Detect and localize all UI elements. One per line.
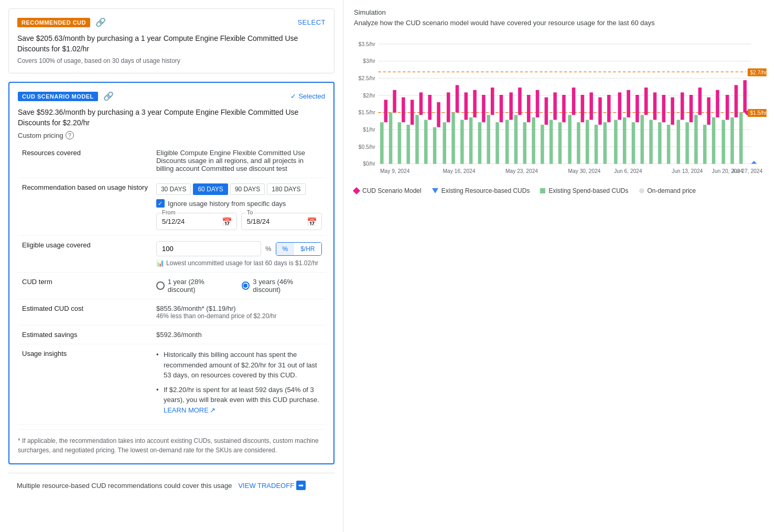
day-btn-90[interactable]: 90 DAYS	[230, 183, 265, 195]
selected-button[interactable]: ✓ Selected	[290, 92, 325, 100]
radio-1yr-icon	[156, 281, 165, 290]
svg-text:$2.5/hr: $2.5/hr	[359, 75, 375, 81]
svg-rect-31	[437, 102, 440, 127]
rec-link-icon[interactable]: 🔗	[95, 17, 106, 27]
right-panel: Simulation Analyze how the CUD scenario …	[343, 0, 777, 532]
svg-text:$1/hr: $1/hr	[363, 127, 375, 133]
pct-unit-btn[interactable]: %	[276, 243, 295, 255]
insight-item-2: If $2.20/hr is spent for at least 592 da…	[156, 385, 322, 416]
to-date-field[interactable]: To 5/18/24 📅	[241, 213, 322, 230]
svg-rect-42	[487, 115, 491, 164]
svg-rect-74	[632, 122, 635, 164]
svg-rect-51	[527, 95, 531, 122]
svg-rect-83	[671, 97, 674, 125]
day-btn-180[interactable]: 180 DAYS	[267, 183, 305, 195]
svg-rect-53	[536, 90, 539, 117]
svg-rect-64	[586, 120, 589, 164]
svg-rect-92	[712, 117, 716, 164]
svg-text:$1.5/hr: $1.5/hr	[750, 110, 767, 116]
svg-text:$0.5/hr: $0.5/hr	[359, 144, 375, 150]
usage-insights-label: Usage insights	[18, 344, 152, 425]
svg-rect-94	[722, 120, 726, 164]
svg-rect-76	[641, 115, 644, 164]
day-btn-30[interactable]: 30 DAYS	[156, 183, 191, 195]
svg-rect-72	[623, 117, 627, 164]
bars-week5	[614, 88, 674, 164]
to-calendar-icon[interactable]: 📅	[307, 216, 317, 226]
insights-list: Historically this billing account has sp…	[156, 350, 322, 415]
cud-term-row: CUD term 1 year (28% discount) 3 years (…	[18, 273, 326, 299]
custom-pricing-info-icon[interactable]: ?	[66, 131, 74, 139]
legend-existing-spend: Existing Spend-based CUDs	[540, 187, 628, 194]
svg-rect-49	[518, 88, 522, 115]
svg-rect-60	[568, 115, 571, 164]
svg-rect-29	[428, 95, 432, 120]
svg-rect-85	[681, 93, 684, 120]
from-calendar-icon[interactable]: 📅	[222, 216, 232, 226]
svg-rect-23	[402, 97, 405, 123]
cud-term-options: 1 year (28% discount) 3 years (46% disco…	[152, 273, 326, 299]
svg-rect-75	[635, 95, 639, 122]
svg-rect-22	[398, 122, 402, 164]
svg-rect-40	[478, 122, 482, 164]
svg-text:Jun 13, 2024: Jun 13, 2024	[672, 169, 703, 175]
simulation-title: Simulation	[354, 8, 767, 16]
radio-3yr-icon	[242, 281, 250, 290]
day-buttons: 30 DAYS 60 DAYS 90 DAYS 180 DAYS	[156, 183, 322, 195]
scenario-link-icon[interactable]: 🔗	[103, 91, 114, 101]
ignore-checkbox[interactable]: ✓	[156, 199, 165, 208]
svg-rect-98	[739, 113, 743, 164]
svg-text:$0/hr: $0/hr	[363, 161, 375, 167]
svg-rect-35	[456, 85, 459, 113]
bars-week4	[568, 88, 610, 164]
chart-svg: $3.5/hr $3/hr $2.5/hr $2/hr $1.5/hr $1/h…	[354, 36, 767, 183]
day-btn-60[interactable]: 60 DAYS	[193, 183, 228, 195]
checkmark-icon: ✓	[290, 92, 296, 100]
svg-rect-84	[677, 120, 681, 164]
bars-week2	[443, 85, 503, 164]
cud-term-label: CUD term	[18, 273, 152, 299]
svg-rect-89	[698, 88, 702, 115]
svg-rect-70	[614, 120, 618, 164]
svg-rect-78	[649, 120, 653, 164]
simulation-chart: $3.5/hr $3/hr $2.5/hr $2/hr $1.5/hr $1/h…	[354, 36, 767, 183]
svg-text:$3.5/hr: $3.5/hr	[359, 41, 375, 47]
svg-rect-30	[433, 127, 437, 164]
estimated-savings-row: Estimated savings $592.36/month	[18, 325, 326, 344]
bars-week7	[722, 80, 747, 164]
pct-label: %	[265, 245, 272, 253]
recommended-cud-badge: RECOMMENDED CUD	[17, 18, 90, 27]
svg-rect-88	[694, 115, 698, 164]
svg-rect-63	[581, 95, 585, 122]
svg-rect-48	[514, 115, 518, 164]
scenario-title: Save $592.36/month by purchasing a 3 yea…	[18, 107, 325, 128]
term-1yr-option[interactable]: 1 year (28% discount)	[156, 278, 233, 294]
svg-rect-56	[549, 120, 553, 164]
external-link-icon: ↗	[210, 405, 215, 416]
scenario-card: CUD SCENARIO MODEL 🔗 ✓ Selected Save $59…	[8, 82, 334, 464]
term-3yr-option[interactable]: 3 years (46% discount)	[242, 278, 322, 294]
estimated-cost-row: Estimated CUD cost $855.36/month* ($1.19…	[18, 299, 326, 325]
svg-rect-62	[577, 122, 580, 164]
insight-item-1: Historically this billing account has sp…	[156, 350, 322, 381]
eligible-usage-label: Eligible usage covered	[18, 236, 152, 273]
term-options-row: 1 year (28% discount) 3 years (46% disco…	[156, 278, 322, 294]
svg-rect-95	[726, 95, 729, 120]
svg-rect-79	[653, 93, 657, 120]
bar-chart-icon: 📊	[156, 259, 164, 267]
legend-on-demand: On-demand price	[639, 187, 696, 194]
legend-circle-icon	[639, 188, 644, 193]
legend-diamond-icon	[353, 187, 360, 194]
hr-unit-btn[interactable]: $/HR	[294, 243, 321, 255]
custom-pricing-row: Custom pricing ?	[18, 131, 325, 139]
from-date-field[interactable]: From 5/12/24 📅	[156, 213, 237, 230]
view-tradeoff-link[interactable]: VIEW TRADEOFF ➡	[238, 481, 306, 490]
select-button[interactable]: SELECT	[297, 18, 326, 26]
usage-input[interactable]	[156, 241, 261, 256]
bars-week6	[677, 88, 719, 164]
svg-rect-19	[384, 100, 388, 123]
scenario-badge: CUD SCENARIO MODEL	[18, 92, 98, 101]
svg-text:Jun 27, 2024: Jun 27, 2024	[731, 169, 763, 175]
learn-more-link[interactable]: LEARN MORE ↗	[164, 405, 215, 416]
usage-insights-value: Historically this billing account has sp…	[152, 344, 326, 425]
